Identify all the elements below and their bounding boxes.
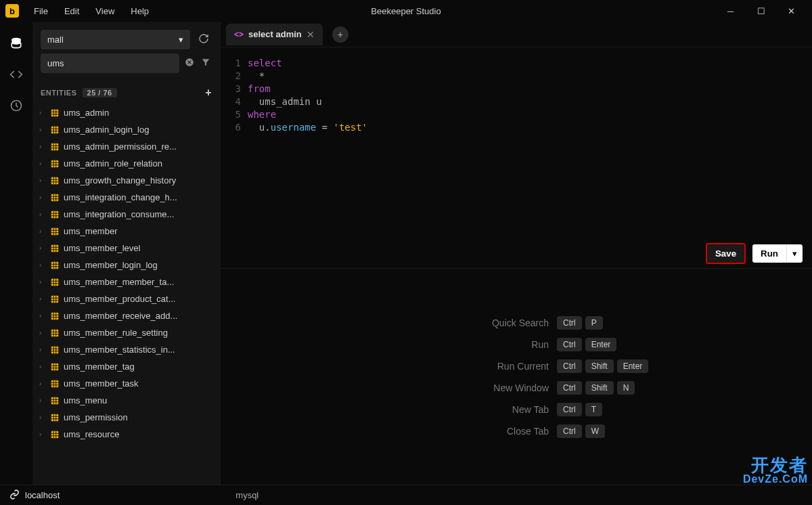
app-logo: b [5, 4, 19, 18]
chevron-right-icon: › [39, 244, 46, 252]
menu-file[interactable]: File [27, 3, 55, 19]
key: Ctrl [557, 359, 582, 373]
clear-filter-icon[interactable] [183, 56, 196, 70]
key: T [585, 403, 602, 416]
entity-item[interactable]: ›ums_member_task [32, 375, 220, 392]
tab-label: select admin [248, 29, 302, 39]
table-icon [50, 108, 60, 118]
editor-area: <> select admin ✕ + 123456 select *from … [221, 22, 812, 485]
table-icon [50, 328, 60, 338]
new-tab-button[interactable]: + [332, 26, 348, 43]
code-lines[interactable]: select *from ums_admin uwhere u.username… [248, 57, 812, 268]
chevron-right-icon: › [39, 160, 46, 167]
entity-item[interactable]: ›ums_member_level [32, 240, 220, 257]
refresh-button[interactable] [196, 30, 212, 49]
entity-item[interactable]: ›ums_admin_login_log [32, 121, 220, 138]
entity-item[interactable]: ›ums_member_statistics_in... [32, 341, 220, 358]
save-button[interactable]: Save [706, 243, 746, 264]
chevron-right-icon: › [39, 194, 46, 201]
results-panel: Quick SearchCtrlPRunCtrlEnterRun Current… [221, 268, 812, 485]
entity-item[interactable]: ›ums_permission [32, 409, 220, 426]
menu-edit[interactable]: Edit [58, 3, 86, 19]
entities-header: ENTITIES 25 / 76 + [32, 80, 220, 104]
chevron-right-icon: › [39, 312, 46, 320]
entity-item[interactable]: ›ums_admin_permission_re... [32, 138, 220, 155]
chevron-right-icon: › [39, 363, 46, 370]
entity-item[interactable]: ›ums_integration_change_h... [32, 189, 220, 206]
run-button-group: Run ▾ [752, 244, 803, 263]
minimize-button[interactable]: ─ [715, 0, 746, 22]
database-selector[interactable]: mall ▾ [41, 30, 190, 49]
add-entity-button[interactable]: + [205, 87, 212, 99]
entity-item[interactable]: ›ums_resource [32, 426, 220, 443]
entity-name: ums_resource [64, 429, 119, 439]
table-icon [50, 142, 60, 152]
run-button[interactable]: Run [752, 244, 786, 263]
table-icon [50, 125, 60, 135]
chevron-right-icon: › [39, 397, 46, 404]
svg-rect-98 [51, 431, 59, 438]
table-icon [50, 345, 60, 355]
chevron-right-icon: › [39, 346, 46, 353]
svg-rect-33 [51, 211, 59, 218]
database-icon[interactable] [8, 35, 24, 51]
entity-item[interactable]: ›ums_admin_role_relation [32, 155, 220, 172]
tab-close-icon[interactable]: ✕ [307, 29, 315, 40]
table-icon [50, 159, 60, 169]
line-gutter: 123456 [221, 57, 248, 268]
entity-item[interactable]: ›ums_member_login_log [32, 257, 220, 273]
chevron-right-icon: › [39, 126, 46, 133]
chevron-right-icon: › [39, 177, 46, 184]
code-icon[interactable] [8, 66, 24, 83]
chevron-right-icon: › [39, 227, 46, 235]
menu-view[interactable]: View [89, 3, 121, 19]
statusbar: localhost mysql [0, 485, 812, 505]
maximize-button[interactable]: ☐ [746, 0, 776, 22]
entity-item[interactable]: ›ums_member [32, 223, 220, 240]
table-icon [50, 244, 60, 253]
entity-name: ums_member_tag [64, 361, 135, 372]
shortcut-label: New Tab [512, 404, 549, 415]
svg-rect-78 [51, 363, 59, 370]
entity-item[interactable]: ›ums_menu [32, 392, 220, 409]
entity-item[interactable]: ›ums_admin [32, 104, 220, 121]
key: Enter [617, 359, 649, 373]
sql-editor[interactable]: 123456 select *from ums_admin uwhere u.u… [221, 47, 812, 268]
entity-name: ums_member_product_cat... [64, 294, 175, 304]
svg-rect-73 [51, 346, 59, 353]
table-icon [50, 193, 60, 202]
table-icon [50, 430, 60, 439]
entity-item[interactable]: ›ums_growth_change_history [32, 172, 220, 189]
table-icon [50, 362, 60, 372]
table-icon [50, 176, 60, 185]
chevron-right-icon: › [39, 211, 46, 218]
key: W [585, 424, 605, 438]
entity-item[interactable]: ›ums_member_rule_setting [32, 324, 220, 341]
table-icon [50, 396, 60, 405]
status-host[interactable]: localhost [25, 490, 60, 500]
history-icon[interactable] [8, 97, 24, 114]
entity-item[interactable]: ›ums_member_member_ta... [32, 273, 220, 290]
entity-item[interactable]: ›ums_member_product_cat... [32, 290, 220, 307]
shortcut-label: New Window [493, 382, 549, 393]
tab-select-admin[interactable]: <> select admin ✕ [226, 24, 323, 45]
entity-item[interactable]: ›ums_member_receive_add... [32, 307, 220, 324]
run-dropdown-button[interactable]: ▾ [786, 244, 803, 263]
shortcut-label: Run Current [497, 361, 549, 372]
entity-list[interactable]: ›ums_admin›ums_admin_login_log›ums_admin… [32, 104, 220, 485]
entity-item[interactable]: ›ums_member_tag [32, 358, 220, 375]
chevron-right-icon: › [39, 109, 46, 116]
entity-item[interactable]: ›ums_integration_consume... [32, 206, 220, 223]
entity-name: ums_member_member_ta... [64, 277, 174, 287]
key: Ctrl [557, 403, 582, 416]
key: Shift [585, 381, 614, 395]
entity-name: ums_permission [64, 412, 128, 422]
chevron-down-icon: ▾ [179, 35, 183, 45]
menu-help[interactable]: Help [124, 3, 156, 19]
table-icon [50, 413, 60, 422]
svg-rect-58 [51, 295, 59, 303]
filter-icon[interactable] [200, 56, 212, 70]
close-button[interactable]: ✕ [776, 0, 807, 22]
entity-filter-input[interactable] [41, 53, 179, 73]
entity-name: ums_admin_role_relation [64, 158, 162, 169]
